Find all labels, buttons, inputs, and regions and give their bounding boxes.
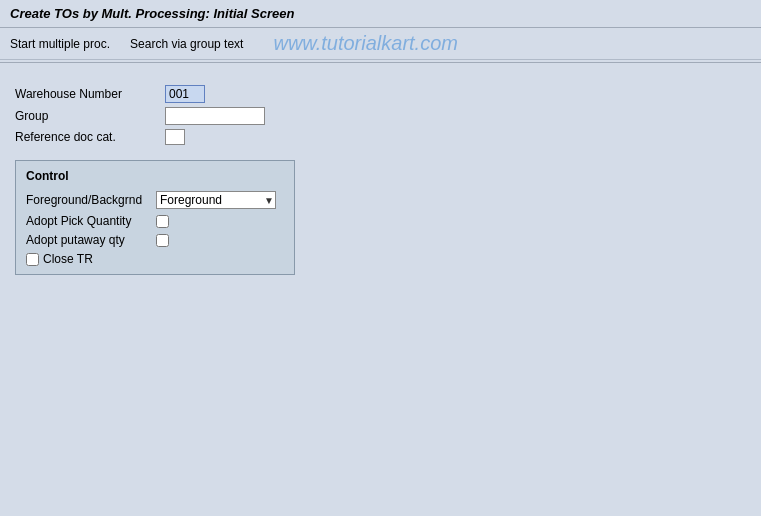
foreground-label: Foreground/Backgrnd — [26, 193, 156, 207]
group-input[interactable] — [165, 107, 265, 125]
ref-doc-label: Reference doc cat. — [15, 130, 165, 144]
adopt-pick-checkbox[interactable] — [156, 215, 169, 228]
foreground-row: Foreground/Backgrnd Foreground Backgroun… — [26, 191, 284, 209]
close-tr-row: Close TR — [26, 252, 284, 266]
close-tr-checkbox[interactable] — [26, 253, 39, 266]
warehouse-row: Warehouse Number — [15, 85, 746, 103]
warehouse-input[interactable] — [165, 85, 205, 103]
toolbar-separator — [0, 62, 761, 63]
search-via-group-text-menu[interactable]: Search via group text — [130, 37, 243, 51]
adopt-putaway-row: Adopt putaway qty — [26, 233, 284, 247]
adopt-pick-row: Adopt Pick Quantity — [26, 214, 284, 228]
group-label: Group — [15, 109, 165, 123]
main-content: Warehouse Number Group Reference doc cat… — [0, 65, 761, 295]
adopt-putaway-checkbox[interactable] — [156, 234, 169, 247]
foreground-dropdown-container: Foreground Background ▼ — [156, 191, 276, 209]
ref-doc-row: Reference doc cat. — [15, 129, 746, 145]
ref-doc-input[interactable] — [165, 129, 185, 145]
control-group: Control Foreground/Backgrnd Foreground B… — [15, 160, 295, 275]
close-tr-label: Close TR — [43, 252, 93, 266]
start-multiple-proc-menu[interactable]: Start multiple proc. — [10, 37, 110, 51]
menu-bar: Start multiple proc. Search via group te… — [0, 28, 761, 60]
main-form: Warehouse Number Group Reference doc cat… — [15, 85, 746, 145]
page-title: Create TOs by Mult. Processing: Initial … — [0, 0, 761, 28]
control-group-title: Control — [26, 169, 284, 183]
foreground-select[interactable]: Foreground Background — [156, 191, 276, 209]
watermark-text: www.tutorialkart.com — [273, 32, 458, 55]
group-row: Group — [15, 107, 746, 125]
adopt-putaway-label: Adopt putaway qty — [26, 233, 156, 247]
warehouse-label: Warehouse Number — [15, 87, 165, 101]
adopt-pick-label: Adopt Pick Quantity — [26, 214, 156, 228]
